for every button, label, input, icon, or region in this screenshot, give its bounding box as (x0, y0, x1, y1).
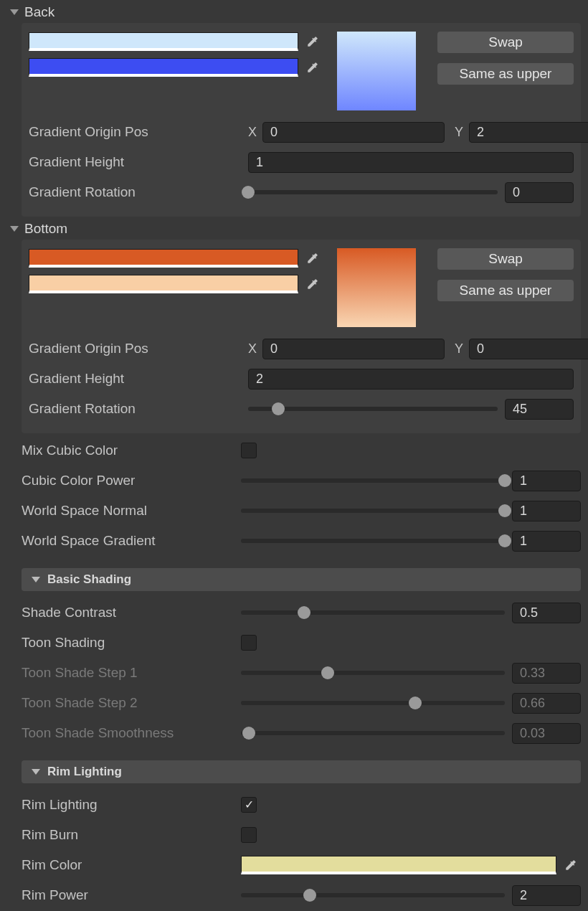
toon-smooth-slider[interactable] (241, 723, 581, 744)
rim-burn-checkbox[interactable] (241, 827, 257, 843)
bottom-color-row: Swap Same as upper (29, 248, 574, 327)
swap-button[interactable]: Swap (437, 248, 574, 270)
chevron-down-icon (32, 769, 40, 775)
cubic-power-label: Cubic Color Power (22, 473, 237, 488)
shade-contrast-row: Shade Contrast (22, 600, 581, 626)
eyedropper-icon[interactable] (303, 32, 323, 52)
bottom-color2-swatch[interactable] (29, 275, 298, 293)
bottom-color1-line (29, 248, 323, 268)
gradient-height-label: Gradient Height (29, 154, 244, 170)
axis-x-label: X (248, 341, 260, 357)
back-color2-line (29, 57, 323, 77)
ws-gradient-slider[interactable] (241, 531, 581, 552)
rim-power-slider[interactable] (241, 885, 581, 906)
eyedropper-icon[interactable] (303, 57, 323, 77)
chevron-down-icon (10, 9, 19, 15)
rim-color-swatch[interactable] (241, 856, 556, 874)
mix-group: Mix Cubic Color Cubic Color Power World … (0, 433, 588, 562)
rim-color-row: Rim Color (22, 852, 581, 878)
back-height-row: Gradient Height (29, 149, 574, 175)
eyedropper-icon[interactable] (303, 248, 323, 268)
back-color2-swatch[interactable] (29, 58, 298, 77)
mix-cubic-checkbox[interactable] (241, 443, 257, 458)
bottom-origin-row: Gradient Origin Pos X Y Z (29, 336, 574, 362)
back-origin-row: Gradient Origin Pos X Y Z (29, 119, 574, 145)
mix-cubic-row: Mix Cubic Color (22, 438, 581, 463)
toon-shading-checkbox[interactable] (241, 635, 257, 651)
rim-power-row: Rim Power (22, 882, 581, 908)
swap-button[interactable]: Swap (437, 32, 574, 53)
eyedropper-icon[interactable] (303, 274, 323, 294)
rim-power-value[interactable] (512, 885, 581, 906)
toon-step1-value[interactable] (512, 663, 581, 684)
toon-step1-row: Toon Shade Step 1 (22, 660, 581, 686)
same-as-upper-button[interactable]: Same as upper (437, 280, 574, 301)
sub-header-title: Basic Shading (47, 572, 131, 587)
back-block: Swap Same as upper Gradient Origin Pos X… (22, 23, 581, 217)
ws-normal-slider[interactable] (241, 501, 581, 521)
bottom-color2-line (29, 274, 323, 294)
rim-lighting-body: Rim Lighting Rim Burn Rim Color Rim Powe… (0, 788, 588, 911)
cubic-power-slider[interactable] (241, 471, 581, 491)
same-as-upper-button[interactable]: Same as upper (437, 63, 574, 85)
shade-contrast-slider[interactable] (241, 603, 581, 623)
toon-step2-value[interactable] (512, 693, 581, 714)
basic-shading-body: Shade Contrast Toon Shading Toon Shade S… (0, 595, 588, 755)
ws-normal-value[interactable] (512, 501, 581, 521)
shade-contrast-value[interactable] (512, 603, 581, 623)
toon-smooth-row: Toon Shade Smoothness (22, 720, 581, 746)
ws-normal-label: World Space Normal (22, 503, 237, 519)
back-color1-swatch[interactable] (29, 32, 298, 51)
ws-gradient-value[interactable] (512, 531, 581, 552)
bottom-button-col: Swap Same as upper (437, 248, 574, 301)
section-header-bottom[interactable]: Bottom (0, 217, 588, 240)
gradient-rotation-slider[interactable] (248, 399, 574, 420)
ws-gradient-label: World Space Gradient (22, 533, 237, 549)
rim-burn-row: Rim Burn (22, 822, 581, 848)
back-color-row: Swap Same as upper (29, 32, 574, 110)
section-header-back[interactable]: Back (0, 0, 588, 23)
rim-color-label: Rim Color (22, 857, 237, 873)
bottom-height-row: Gradient Height (29, 366, 574, 392)
back-rotation-row: Gradient Rotation (29, 179, 574, 205)
toon-step2-slider[interactable] (241, 693, 581, 714)
toon-smooth-value[interactable] (512, 723, 581, 744)
bottom-block: Swap Same as upper Gradient Origin Pos X… (22, 240, 581, 433)
bottom-gradient-preview (337, 248, 416, 327)
gradient-height-input[interactable] (248, 369, 574, 390)
toon-step1-slider[interactable] (241, 663, 581, 684)
xyz-group: X Y Z (248, 122, 588, 143)
origin-x-input[interactable] (262, 339, 445, 359)
toon-step2-label: Toon Shade Step 2 (22, 695, 237, 711)
origin-x-input[interactable] (262, 122, 445, 143)
axis-y-label: Y (447, 125, 466, 140)
back-color1-line (29, 32, 323, 52)
xyz-group: X Y Z (248, 339, 588, 359)
rim-lighting-row: Rim Lighting (22, 792, 581, 818)
gradient-height-label: Gradient Height (29, 371, 244, 387)
sub-header-title: Rim Lighting (47, 765, 122, 779)
gradient-rotation-value[interactable] (505, 399, 574, 420)
gradient-rotation-label: Gradient Rotation (29, 401, 244, 417)
gradient-origin-label: Gradient Origin Pos (29, 124, 244, 140)
toon-step1-label: Toon Shade Step 1 (22, 665, 237, 681)
chevron-down-icon (32, 577, 40, 582)
axis-y-label: Y (447, 341, 466, 357)
cubic-power-value[interactable] (512, 471, 581, 491)
chevron-down-icon (10, 226, 19, 232)
bottom-color1-swatch[interactable] (29, 249, 298, 268)
basic-shading-header[interactable]: Basic Shading (22, 568, 581, 591)
origin-y-input[interactable] (469, 339, 588, 359)
gradient-rotation-value[interactable] (505, 182, 574, 203)
axis-x-label: X (248, 125, 260, 140)
gradient-height-input[interactable] (248, 152, 574, 173)
origin-y-input[interactable] (469, 122, 588, 143)
back-gradient-preview (337, 32, 416, 110)
eyedropper-icon[interactable] (561, 855, 581, 875)
gradient-rotation-slider[interactable] (248, 182, 574, 203)
back-button-col: Swap Same as upper (437, 32, 574, 85)
rim-lighting-checkbox[interactable] (241, 797, 257, 813)
rim-lighting-header[interactable]: Rim Lighting (22, 760, 581, 783)
rim-burn-label: Rim Burn (22, 827, 237, 843)
toon-step2-row: Toon Shade Step 2 (22, 690, 581, 716)
